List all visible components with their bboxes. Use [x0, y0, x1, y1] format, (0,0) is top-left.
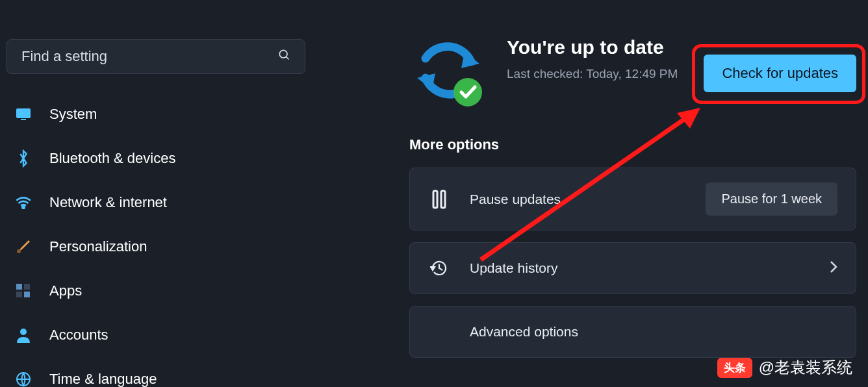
sidebar-item-label: Bluetooth & devices: [49, 150, 175, 167]
svg-point-10: [20, 329, 27, 335]
sidebar-item-time-language[interactable]: Time & language: [6, 357, 305, 387]
system-icon: [14, 105, 32, 123]
advanced-options-label: Advanced options: [470, 324, 837, 340]
bluetooth-icon: [14, 149, 32, 168]
update-last-checked: Last checked: Today, 12:49 PM: [507, 65, 684, 83]
more-options-heading: More options: [409, 136, 856, 153]
pause-icon: [428, 188, 450, 210]
sidebar-item-label: System: [49, 106, 97, 123]
search-placeholder: Find a setting: [21, 48, 107, 65]
svg-rect-18: [441, 191, 445, 208]
svg-rect-3: [21, 119, 26, 120]
sidebar-item-apps[interactable]: Apps: [6, 269, 305, 313]
main-content: You're up to date Last checked: Today, 1…: [312, 0, 868, 387]
svg-point-0: [279, 50, 287, 58]
history-icon: [428, 257, 450, 279]
svg-rect-8: [16, 292, 22, 297]
svg-rect-2: [16, 108, 31, 118]
pause-updates-card[interactable]: Pause updates Pause for 1 week: [409, 168, 856, 231]
globe-icon: [14, 370, 32, 387]
sidebar-item-label: Time & language: [49, 371, 157, 387]
svg-line-1: [287, 57, 289, 60]
svg-point-14: [453, 78, 482, 106]
brush-icon: [14, 238, 32, 256]
svg-rect-9: [24, 292, 30, 297]
sidebar-item-network[interactable]: Network & internet: [6, 181, 305, 225]
sidebar-item-label: Accounts: [49, 327, 108, 343]
check-for-updates-button[interactable]: Check for updates: [704, 55, 856, 92]
person-icon: [14, 326, 32, 344]
update-history-card[interactable]: Update history: [409, 242, 856, 294]
update-history-label: Update history: [470, 260, 810, 276]
update-status-title: You're up to date: [507, 35, 684, 60]
svg-rect-7: [24, 284, 30, 290]
svg-marker-16: [677, 108, 700, 129]
wifi-icon: [14, 194, 32, 212]
sidebar-item-bluetooth[interactable]: Bluetooth & devices: [6, 136, 305, 181]
svg-rect-17: [433, 191, 437, 208]
sidebar-item-system[interactable]: System: [6, 92, 305, 136]
svg-point-5: [17, 249, 21, 253]
advanced-icon: [428, 321, 450, 343]
svg-point-4: [22, 206, 24, 208]
search-input[interactable]: Find a setting: [6, 39, 305, 74]
sync-status-icon: [409, 32, 487, 110]
pause-updates-label: Pause updates: [470, 192, 686, 207]
sidebar-item-label: Network & internet: [49, 194, 167, 211]
chevron-right-icon: [830, 260, 837, 277]
sidebar-item-personalization[interactable]: Personalization: [6, 225, 305, 269]
svg-marker-19: [431, 267, 435, 270]
search-icon: [277, 48, 290, 65]
sidebar-item-label: Personalization: [49, 238, 147, 255]
settings-sidebar: Find a setting System Bluetooth & device…: [0, 0, 312, 387]
sidebar-item-label: Apps: [49, 282, 82, 299]
pause-duration-button[interactable]: Pause for 1 week: [706, 182, 837, 216]
sidebar-item-accounts[interactable]: Accounts: [6, 313, 305, 357]
apps-icon: [14, 282, 32, 300]
svg-rect-6: [16, 284, 22, 290]
advanced-options-card[interactable]: Advanced options: [409, 306, 856, 358]
